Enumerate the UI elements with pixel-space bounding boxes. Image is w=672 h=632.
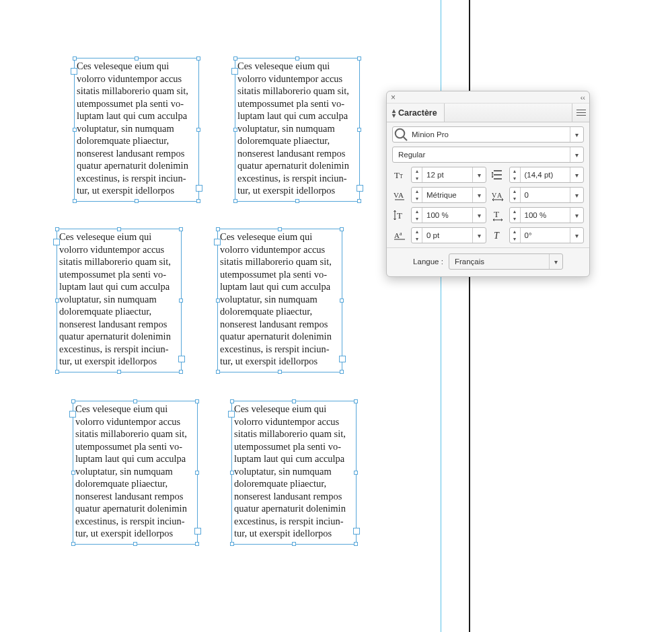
- resize-handle[interactable]: [117, 227, 121, 231]
- resize-handle[interactable]: [233, 128, 237, 132]
- resize-handle[interactable]: [179, 227, 183, 231]
- flyout-menu-button[interactable]: [572, 104, 589, 122]
- resize-handle[interactable]: [354, 399, 358, 403]
- resize-handle[interactable]: [195, 542, 199, 546]
- character-panel[interactable]: × ‹‹ ▴▾ Caractère Minion Pro ▾ Regular ▾: [386, 91, 590, 277]
- resize-handle[interactable]: [354, 471, 358, 475]
- thread-in-port[interactable]: [71, 68, 77, 75]
- step-up-icon[interactable]: ▴: [412, 167, 422, 175]
- resize-handle[interactable]: [216, 370, 220, 374]
- resize-handle[interactable]: [73, 128, 77, 132]
- resize-handle[interactable]: [230, 471, 234, 475]
- chevron-down-icon[interactable]: ▾: [472, 208, 486, 223]
- step-up-icon[interactable]: ▴: [412, 208, 422, 215]
- horizontal-scale-field[interactable]: ▴▾ 100 % ▾: [509, 207, 585, 223]
- thread-in-port[interactable]: [69, 411, 76, 418]
- baseline-shift-field[interactable]: ▴▾ 0 pt ▾: [411, 227, 486, 243]
- step-up-icon[interactable]: ▴: [510, 167, 520, 175]
- chevron-down-icon[interactable]: ▾: [472, 167, 486, 182]
- resize-handle[interactable]: [230, 399, 234, 403]
- resize-handle[interactable]: [357, 128, 361, 132]
- step-down-icon[interactable]: ▾: [412, 175, 422, 182]
- step-down-icon[interactable]: ▾: [412, 215, 422, 223]
- resize-handle[interactable]: [295, 56, 299, 61]
- vertical-scale-field[interactable]: ▴▾ 100 % ▾: [411, 207, 486, 223]
- resize-handle[interactable]: [135, 56, 139, 61]
- step-up-icon[interactable]: ▴: [412, 188, 422, 195]
- thread-in-port[interactable]: [53, 239, 60, 245]
- chevron-down-icon[interactable]: ▾: [570, 188, 583, 202]
- resize-handle[interactable]: [71, 471, 75, 475]
- step-up-icon[interactable]: ▴: [510, 228, 520, 235]
- chevron-down-icon[interactable]: ▾: [549, 254, 562, 269]
- font-family-combo[interactable]: Minion Pro ▾: [392, 126, 584, 143]
- resize-handle[interactable]: [278, 227, 282, 231]
- thread-out-port[interactable]: [353, 528, 360, 535]
- resize-handle[interactable]: [71, 399, 75, 403]
- thread-out-port[interactable]: [178, 356, 185, 362]
- resize-handle[interactable]: [230, 542, 234, 546]
- skew-field[interactable]: ▴▾ 0° ▾: [509, 227, 585, 243]
- step-down-icon[interactable]: ▾: [510, 175, 520, 182]
- resize-handle[interactable]: [196, 56, 200, 61]
- step-up-icon[interactable]: ▴: [412, 228, 422, 235]
- resize-handle[interactable]: [295, 199, 299, 203]
- resize-handle[interactable]: [196, 199, 200, 203]
- tab-character[interactable]: ▴▾ Caractère: [387, 104, 445, 122]
- tracking-field[interactable]: ▴▾ 0 ▾: [509, 187, 585, 203]
- resize-handle[interactable]: [354, 542, 358, 546]
- collapse-icon[interactable]: ‹‹: [581, 93, 585, 102]
- font-size-field[interactable]: ▴▾ 12 pt ▾: [411, 167, 486, 183]
- step-down-icon[interactable]: ▾: [412, 195, 422, 202]
- step-up-icon[interactable]: ▴: [510, 208, 520, 215]
- resize-handle[interactable]: [179, 299, 183, 303]
- resize-handle[interactable]: [195, 399, 199, 403]
- resize-handle[interactable]: [216, 299, 220, 303]
- resize-handle[interactable]: [71, 542, 75, 546]
- resize-handle[interactable]: [233, 199, 237, 203]
- chevron-down-icon[interactable]: ▾: [570, 167, 583, 182]
- resize-handle[interactable]: [233, 56, 237, 61]
- font-style-combo[interactable]: Regular ▾: [392, 147, 584, 163]
- thread-in-port[interactable]: [228, 411, 235, 418]
- chevron-down-icon[interactable]: ▾: [472, 228, 486, 243]
- text-frame[interactable]: Ces veleseque eium qui volorro viduntemp…: [57, 229, 182, 372]
- expand-toggle-icon[interactable]: ▴▾: [392, 108, 396, 118]
- resize-handle[interactable]: [357, 199, 361, 203]
- text-frame[interactable]: Ces veleseque eium qui volorro viduntemp…: [74, 58, 199, 202]
- kerning-field[interactable]: ▴▾ Métrique ▾: [411, 187, 486, 203]
- resize-handle[interactable]: [135, 199, 139, 203]
- resize-handle[interactable]: [216, 227, 220, 231]
- resize-handle[interactable]: [55, 299, 59, 303]
- step-down-icon[interactable]: ▾: [412, 235, 422, 243]
- chevron-down-icon[interactable]: ▾: [570, 208, 583, 223]
- resize-handle[interactable]: [357, 56, 361, 61]
- resize-handle[interactable]: [133, 399, 137, 403]
- resize-handle[interactable]: [179, 370, 183, 374]
- thread-out-port[interactable]: [339, 356, 346, 362]
- resize-handle[interactable]: [117, 370, 121, 374]
- thread-out-port[interactable]: [196, 185, 202, 192]
- resize-handle[interactable]: [292, 399, 296, 403]
- resize-handle[interactable]: [278, 370, 282, 374]
- close-icon[interactable]: ×: [391, 93, 396, 102]
- step-up-icon[interactable]: ▴: [510, 188, 520, 195]
- resize-handle[interactable]: [55, 370, 59, 374]
- thread-in-port[interactable]: [214, 239, 221, 245]
- resize-handle[interactable]: [195, 471, 199, 475]
- thread-out-port[interactable]: [357, 185, 363, 192]
- resize-handle[interactable]: [73, 56, 77, 61]
- resize-handle[interactable]: [340, 370, 344, 374]
- resize-handle[interactable]: [340, 227, 344, 231]
- text-frame[interactable]: Ces veleseque eium qui volorro viduntemp…: [231, 401, 357, 545]
- language-combo[interactable]: Français ▾: [449, 253, 563, 270]
- resize-handle[interactable]: [73, 199, 77, 203]
- resize-handle[interactable]: [340, 299, 344, 303]
- resize-handle[interactable]: [292, 542, 296, 546]
- text-frame[interactable]: Ces veleseque eium qui volorro viduntemp…: [73, 401, 198, 545]
- resize-handle[interactable]: [133, 542, 137, 546]
- chevron-down-icon[interactable]: ▾: [570, 147, 583, 162]
- step-down-icon[interactable]: ▾: [510, 215, 520, 223]
- resize-handle[interactable]: [55, 227, 59, 231]
- chevron-down-icon[interactable]: ▾: [570, 228, 583, 243]
